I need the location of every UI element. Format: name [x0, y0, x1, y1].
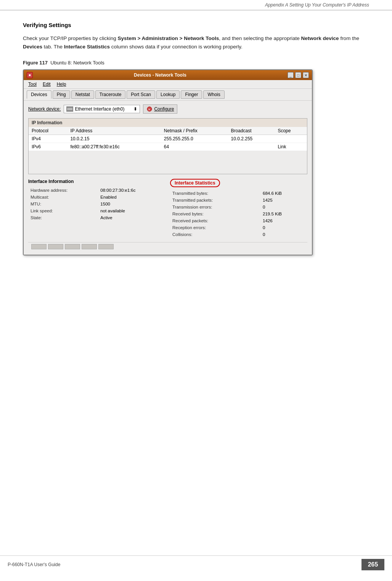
ipv4-address: 10.0.2.15 [67, 135, 161, 143]
list-item: Received bytes: 219.5 KiB [171, 211, 307, 217]
page-footer: P-660N-T1A User's Guide 265 [0, 555, 392, 573]
ip-info-header: IP Information [29, 119, 307, 127]
configure-button[interactable]: ✕ Configure [143, 104, 177, 114]
tab-lookup[interactable]: Lookup [156, 90, 180, 99]
interface-stats-heading: Interface Statistics [170, 179, 307, 189]
table-row: IPv4 10.0.2.15 255.255.255.0 10.0.2.255 [29, 135, 307, 143]
status-seg-4 [82, 244, 97, 249]
network-device-row: Network device: Ethernet Interface (eth0… [28, 104, 307, 114]
ip-table-container: Protocol IP Address Netmask / Prefix Bro… [29, 127, 307, 174]
status-seg-1 [31, 244, 47, 249]
col-broadcast: Broadcast [228, 127, 275, 135]
footer-right: 265 [361, 559, 384, 570]
list-item: Transmitted packets: 1425 [171, 197, 307, 203]
tab-finger[interactable]: Finger [181, 90, 202, 99]
interface-info-section: Interface Information Hardware address: … [28, 179, 165, 238]
menu-help[interactable]: Help [55, 81, 68, 88]
list-item: State: Active [29, 215, 165, 221]
ipv6-protocol: IPv6 [29, 143, 67, 151]
page-header: Appendix A Setting Up Your Computer's IP… [0, 0, 392, 10]
status-bar [28, 242, 307, 251]
header-text: Appendix A Setting Up Your Computer's IP… [265, 2, 369, 8]
menu-bar: Tool Edit Help [24, 80, 312, 89]
list-item: Collisions: 0 [171, 231, 307, 238]
interface-info-table: Hardware address: 08:00:27:30:e1:6c Mult… [28, 186, 165, 221]
body-paragraph: Check your TCP/IP properties by clicking… [23, 34, 369, 51]
ipv6-netmask: 64 [161, 143, 228, 151]
list-item: MTU: 1500 [29, 201, 165, 207]
list-item: Hardware address: 08:00:27:30:e1:6c [29, 187, 165, 193]
ubuntu-window: ■ Devices - Network Tools _ □ ✕ Tool Edi… [23, 69, 313, 255]
section-heading: Verifying Settings [23, 22, 369, 28]
device-icon [66, 106, 73, 112]
col-protocol: Protocol [29, 127, 67, 135]
tab-devices[interactable]: Devices [27, 90, 51, 99]
ipv6-scope: Link [275, 143, 307, 151]
ip-table: Protocol IP Address Netmask / Prefix Bro… [29, 127, 307, 151]
col-ipaddress: IP Address [67, 127, 161, 135]
tab-netstat[interactable]: Netstat [71, 90, 94, 99]
list-item: Transmitted bytes: 684.6 KiB [171, 190, 307, 196]
tab-bar: Devices Ping Netstat Traceroute Port Sca… [24, 89, 312, 101]
tab-whois[interactable]: Whois [203, 90, 224, 99]
tab-ping[interactable]: Ping [53, 90, 70, 99]
ipv4-protocol: IPv4 [29, 135, 67, 143]
list-item: Transmission errors: 0 [171, 204, 307, 210]
close-button[interactable]: ✕ [303, 72, 309, 78]
status-seg-5 [98, 244, 114, 249]
ip-info-section: IP Information Protocol IP Address Netma… [28, 118, 307, 174]
list-item: Multicast: Enabled [29, 194, 165, 200]
menu-edit[interactable]: Edit [41, 81, 52, 88]
list-item: Link speed: not available [29, 208, 165, 214]
ipv4-scope [275, 135, 307, 143]
list-item: Received packets: 1426 [171, 218, 307, 224]
window-menu-icon[interactable]: ■ [27, 72, 33, 78]
status-seg-3 [65, 244, 80, 249]
tab-portscan[interactable]: Port Scan [127, 90, 155, 99]
col-scope: Scope [275, 127, 307, 135]
table-row: IPv6 fe80::a00:27ff:fe30:e16c 64 Link [29, 143, 307, 151]
device-value: Ethernet Interface (eth0) [75, 106, 124, 112]
ip-table-header-row: Protocol IP Address Netmask / Prefix Bro… [29, 127, 307, 135]
tab-traceroute[interactable]: Traceroute [95, 90, 126, 99]
svg-text:✕: ✕ [148, 108, 151, 111]
network-device-label: Network device: [28, 106, 61, 112]
interface-info-heading: Interface Information [28, 179, 165, 184]
ipv6-address: fe80::a00:27ff:fe30:e16c [67, 143, 161, 151]
menu-tool[interactable]: Tool [27, 81, 38, 88]
ipv4-broadcast: 10.0.2.255 [228, 135, 275, 143]
window-title: Devices - Network Tools [33, 72, 288, 78]
maximize-button[interactable]: □ [295, 72, 301, 78]
device-selector[interactable]: Ethernet Interface (eth0) ⬍ [64, 105, 140, 113]
ipv4-netmask: 255.255.255.0 [161, 135, 228, 143]
col-netmask: Netmask / Prefix [161, 127, 228, 135]
interface-stats-table: Transmitted bytes: 684.6 KiB Transmitted… [170, 189, 307, 238]
ipv6-broadcast [228, 143, 275, 151]
interface-stats-section: Interface Statistics Transmitted bytes: … [170, 179, 307, 238]
status-seg-2 [48, 244, 63, 249]
list-item: Reception errors: 0 [171, 225, 307, 231]
device-dropdown-arrow[interactable]: ⬍ [133, 106, 137, 112]
window-titlebar: ■ Devices - Network Tools _ □ ✕ [24, 70, 312, 80]
window-body: Network device: Ethernet Interface (eth0… [24, 101, 312, 255]
minimize-button[interactable]: _ [288, 72, 294, 78]
window-controls: _ □ ✕ [288, 72, 309, 78]
figure-label: Figure 117 Ubuntu 8: Network Tools [23, 60, 369, 66]
configure-label: Configure [154, 106, 174, 112]
configure-icon: ✕ [146, 106, 153, 112]
svg-rect-1 [67, 108, 72, 110]
footer-left: P-660N-T1A User's Guide [8, 562, 60, 567]
interface-sections: Interface Information Hardware address: … [28, 179, 307, 238]
